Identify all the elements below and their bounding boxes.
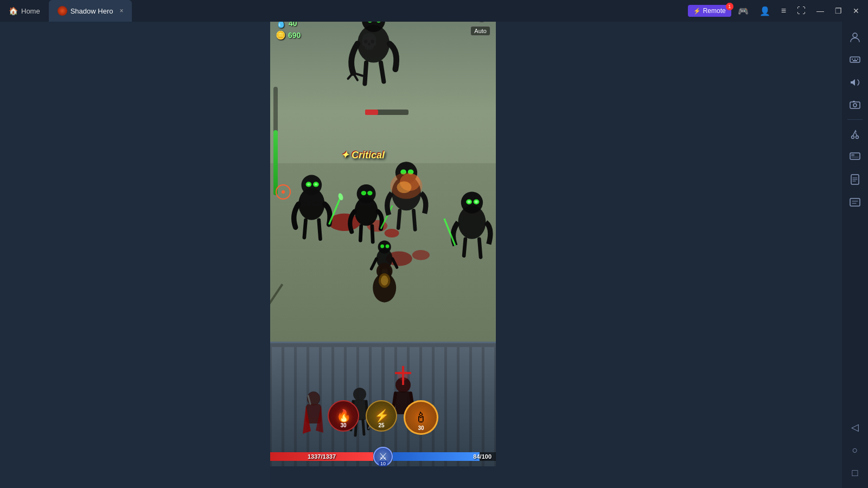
svg-point-59 <box>475 201 477 203</box>
svg-point-43 <box>357 184 376 203</box>
sidebar-home-icon[interactable]: ○ <box>845 440 865 460</box>
restore-button[interactable]: ❐ <box>831 4 846 17</box>
hp-text: 1337/1337 <box>308 453 336 460</box>
skill-2-icon: ⚡ <box>374 409 389 423</box>
svg-rect-13 <box>851 157 859 158</box>
sidebar-display-icon[interactable] <box>845 147 865 166</box>
health-bar-fill <box>273 130 278 195</box>
right-sidebar: ◁ ○ □ <box>842 22 868 488</box>
svg-point-41 <box>337 192 344 201</box>
skill-1-cooldown: 30 <box>340 422 346 428</box>
svg-point-58 <box>468 201 470 203</box>
svg-point-0 <box>853 33 857 37</box>
enemy-hp-bar <box>365 110 409 115</box>
svg-rect-6 <box>850 102 860 108</box>
mana-bar-fill <box>393 452 480 461</box>
skill-buttons: 🔥 30 ⚡ 25 🕯 30 <box>328 400 438 435</box>
enemy-hp-fill <box>365 110 378 115</box>
skill-3-icon: 🕯 <box>414 409 428 426</box>
svg-point-39 <box>315 183 317 185</box>
titlebar: 🏠 Home Shadow Hero × Remote 1 🎮 👤 ≡ ⛶ — … <box>0 0 868 22</box>
svg-point-7 <box>853 104 857 107</box>
svg-rect-4 <box>857 59 858 60</box>
skill-1-icon: 🔥 <box>336 409 351 423</box>
coin-icon: 🪙 <box>276 30 286 40</box>
sidebar-keyboard-icon[interactable] <box>845 50 865 69</box>
hp-bar-container: 1337/1337 <box>270 452 373 461</box>
bottom-hud: 🔥 30 ⚡ 25 🕯 30 <box>270 342 496 466</box>
critical-text: ✦ Critical <box>341 149 385 161</box>
skill-button-1[interactable]: 🔥 30 <box>328 400 359 432</box>
game-tab[interactable]: Shadow Hero × <box>49 0 132 22</box>
svg-rect-11 <box>850 153 860 159</box>
avatar-circle[interactable]: ⚔ 10 <box>373 447 393 466</box>
titlebar-right: Remote 1 🎮 👤 ≡ ⛶ — ❐ ✕ <box>688 4 868 18</box>
sidebar-more-icon[interactable] <box>845 192 865 212</box>
svg-point-55 <box>461 191 483 213</box>
remote-badge: 1 <box>726 3 733 10</box>
svg-point-10 <box>856 136 859 139</box>
svg-line-18 <box>270 284 283 306</box>
svg-point-72 <box>353 388 366 401</box>
sidebar-apk-icon[interactable] <box>845 170 865 189</box>
svg-point-64 <box>386 245 390 248</box>
skill-3-cooldown: 30 <box>418 425 424 431</box>
svg-point-62 <box>378 240 391 253</box>
svg-rect-12 <box>851 154 854 156</box>
svg-rect-2 <box>852 59 853 60</box>
sidebar-profile-icon[interactable] <box>845 27 865 47</box>
account-button[interactable]: 👤 <box>755 4 775 18</box>
remote-button[interactable]: Remote 1 <box>688 5 731 17</box>
svg-point-68 <box>381 275 388 286</box>
home-tab[interactable]: 🏠 Home <box>0 0 49 22</box>
svg-point-79 <box>398 370 409 381</box>
hud-gold: 🪙 690 <box>276 30 301 40</box>
svg-point-26 <box>412 250 430 260</box>
gold-value: 690 <box>288 31 301 40</box>
minimize-button[interactable]: — <box>812 4 828 17</box>
sidebar-recents-icon[interactable]: □ <box>845 463 865 483</box>
skill-button-2[interactable]: ⚡ 25 <box>366 400 397 432</box>
game-viewport[interactable]: 💀 ✦ Critical ★ 1-4 💧 40 🪙 690 <box>270 0 496 466</box>
mana-bar-container: 84/100 <box>393 452 496 461</box>
fullscreen-button[interactable]: ⛶ <box>793 4 810 18</box>
skill-2-cooldown: 25 <box>378 422 384 428</box>
status-bars: 1337/1337 ⚔ 10 84/100 <box>270 450 496 463</box>
svg-point-27 <box>385 229 399 237</box>
svg-rect-3 <box>854 59 856 60</box>
sidebar-cut-icon[interactable] <box>845 124 865 144</box>
avatar-level: 10 <box>379 461 387 466</box>
menu-button[interactable]: ≡ <box>777 4 790 18</box>
home-icon: 🏠 <box>9 7 18 15</box>
auto-button[interactable]: Auto <box>470 26 490 36</box>
svg-point-45 <box>367 191 372 195</box>
svg-rect-5 <box>853 60 857 61</box>
tab-close-button[interactable]: × <box>119 7 123 15</box>
svg-point-38 <box>307 183 310 185</box>
home-tab-label: Home <box>21 7 40 15</box>
game-tab-icon <box>58 6 67 16</box>
remote-label: Remote <box>703 7 726 15</box>
left-panel <box>0 0 270 488</box>
svg-point-63 <box>380 245 384 248</box>
sidebar-screenshot-icon[interactable] <box>845 95 865 115</box>
svg-point-44 <box>361 191 366 195</box>
sidebar-back-icon[interactable]: ◁ <box>845 418 865 437</box>
game-scene: 💀 ✦ Critical ★ 1-4 💧 40 🪙 690 <box>270 0 496 466</box>
gamepad-button[interactable]: 🎮 <box>733 4 753 18</box>
mana-text: 84/100 <box>473 453 492 460</box>
svg-rect-8 <box>853 101 855 102</box>
character-health-bar <box>273 87 278 195</box>
skill-button-3[interactable]: 🕯 30 <box>404 400 438 435</box>
game-tab-label: Shadow Hero <box>71 7 113 15</box>
svg-rect-15 <box>850 198 860 206</box>
target-reticle <box>276 184 291 200</box>
svg-point-53 <box>397 182 412 194</box>
close-window-button[interactable]: ✕ <box>848 4 864 17</box>
dungeon-background: 🔥 30 ⚡ 25 🕯 30 <box>270 342 496 466</box>
sidebar-volume-icon[interactable] <box>845 73 865 92</box>
sidebar-divider-1 <box>847 119 863 120</box>
